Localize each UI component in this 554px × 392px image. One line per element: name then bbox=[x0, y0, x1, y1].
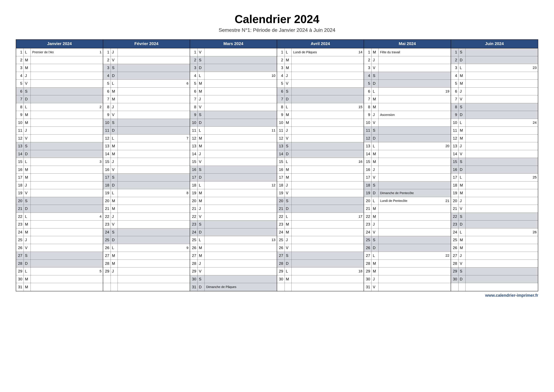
day-row: 18L12 bbox=[190, 182, 277, 189]
day-text: Ascension bbox=[379, 111, 451, 119]
day-row: 4S bbox=[364, 72, 451, 80]
day-weekday: L bbox=[285, 103, 292, 111]
day-row: 25L13 bbox=[190, 236, 277, 244]
day-number: 6 bbox=[16, 88, 24, 95]
day-row: 6S bbox=[16, 88, 103, 96]
day-text bbox=[379, 174, 451, 181]
day-row: 12M bbox=[451, 134, 538, 142]
day-row: 26V bbox=[16, 244, 103, 252]
day-weekday: M bbox=[111, 205, 118, 213]
day-text bbox=[205, 64, 277, 72]
month-column: Avril 20241LLundi de Pâques142M3M4J5V6S7… bbox=[277, 40, 364, 291]
day-number: 14 bbox=[103, 150, 111, 158]
day-row: 19L8 bbox=[103, 189, 190, 197]
day-number: 27 bbox=[190, 252, 198, 259]
day-number: 19 bbox=[190, 189, 198, 197]
day-number: 29 bbox=[364, 267, 372, 275]
day-text bbox=[118, 48, 190, 56]
day-number: 30 bbox=[277, 275, 285, 283]
day-number: 22 bbox=[451, 213, 459, 220]
day-number: 2 bbox=[451, 56, 459, 64]
day-number: 15 bbox=[277, 158, 285, 166]
day-text bbox=[31, 252, 103, 259]
day-number: 5 bbox=[190, 80, 198, 87]
day-row: 2J bbox=[364, 56, 451, 64]
day-row: 5M bbox=[190, 80, 277, 88]
day-row: 23D bbox=[451, 220, 538, 228]
day-number: 5 bbox=[451, 80, 459, 87]
day-weekday: L bbox=[24, 213, 31, 220]
day-text bbox=[379, 158, 451, 166]
day-text bbox=[118, 95, 190, 103]
week-number: 6 bbox=[187, 81, 188, 85]
day-text: 26 bbox=[465, 228, 538, 236]
day-row: 28J bbox=[190, 260, 277, 268]
day-weekday: L bbox=[111, 189, 118, 197]
day-row: 22L17 bbox=[277, 213, 364, 221]
day-number: 27 bbox=[277, 252, 285, 259]
day-weekday: J bbox=[285, 127, 292, 134]
day-weekday: M bbox=[459, 134, 465, 142]
day-number: 26 bbox=[16, 244, 24, 252]
day-weekday bbox=[459, 283, 465, 291]
day-weekday: S bbox=[372, 72, 379, 80]
day-weekday: V bbox=[459, 150, 465, 158]
day-weekday: M bbox=[111, 95, 118, 103]
day-weekday: M bbox=[111, 260, 118, 267]
day-weekday: J bbox=[285, 236, 292, 244]
day-weekday: L bbox=[111, 134, 118, 142]
day-number: 13 bbox=[190, 142, 198, 150]
day-text bbox=[379, 275, 451, 283]
day-row: 13J bbox=[451, 142, 538, 150]
day-number: 2 bbox=[364, 56, 372, 64]
day-weekday bbox=[111, 275, 118, 283]
month-column: Mai 20241MFête du travail2J3V4S5D6L197M8… bbox=[364, 40, 451, 291]
day-text bbox=[205, 174, 277, 181]
day-text bbox=[465, 213, 538, 220]
day-weekday: L bbox=[198, 236, 205, 244]
day-number: 2 bbox=[16, 56, 24, 64]
day-weekday: J bbox=[111, 158, 118, 166]
day-weekday: S bbox=[285, 142, 292, 150]
day-text bbox=[31, 189, 103, 197]
day-text bbox=[118, 267, 190, 275]
month-column: Février 20241J2V3S4D5L66M7M8J9V10S11D12L… bbox=[103, 40, 190, 291]
day-number bbox=[103, 283, 111, 291]
day-text bbox=[118, 103, 190, 111]
day-number: 11 bbox=[190, 127, 198, 134]
day-text bbox=[465, 56, 538, 64]
week-number: 10 bbox=[271, 74, 275, 78]
day-weekday: J bbox=[24, 127, 31, 134]
day-text bbox=[205, 189, 277, 197]
day-text: 18 bbox=[292, 267, 364, 275]
day-weekday: J bbox=[111, 213, 118, 220]
day-weekday: S bbox=[285, 88, 292, 95]
day-text bbox=[465, 267, 538, 275]
day-text: 23 bbox=[465, 64, 538, 72]
day-weekday: V bbox=[372, 174, 379, 181]
day-weekday: M bbox=[24, 111, 31, 119]
day-text bbox=[205, 80, 277, 87]
day-text: 15 bbox=[292, 103, 364, 111]
day-row: 16V bbox=[103, 166, 190, 174]
calendar-grid: Janvier 20241LPremier de l'An12M3M4J5V6S… bbox=[16, 39, 538, 291]
week-number: 11 bbox=[271, 128, 275, 133]
day-text bbox=[31, 72, 103, 80]
day-event: Fête du travail bbox=[380, 50, 400, 54]
day-weekday: D bbox=[198, 283, 205, 291]
day-row: 9V bbox=[103, 111, 190, 119]
day-number: 14 bbox=[277, 150, 285, 158]
day-row: 29S bbox=[451, 267, 538, 275]
day-weekday: M bbox=[24, 283, 31, 291]
day-row: 14D bbox=[16, 150, 103, 158]
week-number: 23 bbox=[533, 66, 537, 70]
day-text bbox=[118, 213, 190, 220]
day-text: Lundi de Pentecôte21 bbox=[379, 197, 451, 205]
day-weekday: M bbox=[24, 56, 31, 64]
day-weekday: M bbox=[24, 64, 31, 72]
day-weekday: L bbox=[111, 80, 118, 87]
day-weekday: L bbox=[24, 48, 31, 56]
day-text bbox=[379, 244, 451, 252]
day-text bbox=[465, 127, 538, 134]
day-text bbox=[31, 150, 103, 158]
